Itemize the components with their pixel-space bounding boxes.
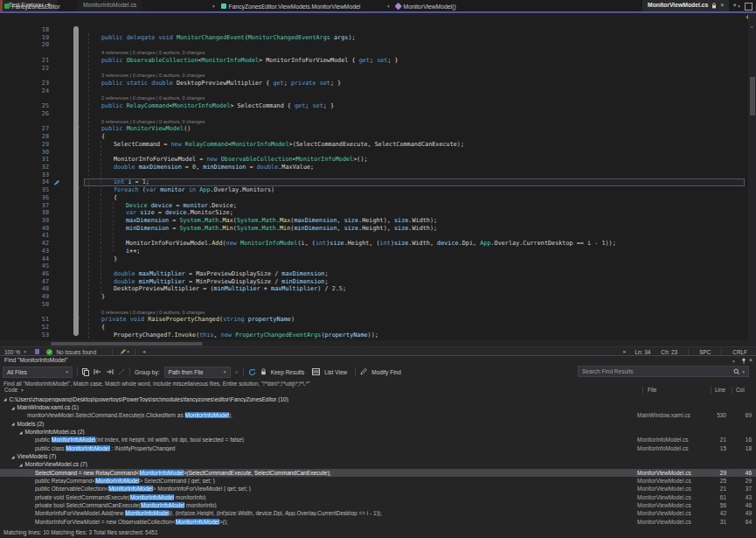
code-line[interactable]: 52{ — [0, 324, 748, 332]
column-file[interactable]: File — [648, 387, 656, 393]
codelens-annotation[interactable]: 4 references | 0 changes | 0 authors, 0 … — [93, 49, 205, 57]
window-layout-icon[interactable] — [745, 3, 753, 10]
column-code[interactable]: Code — [4, 387, 17, 393]
result-row[interactable]: MonitorInfoForViewModel = new Observable… — [0, 518, 756, 526]
code-editor[interactable]: 1819public delegate void MonitorChangedE… — [0, 24, 748, 340]
member-dropdown[interactable]: MonitorViewModel() — [396, 2, 456, 10]
code-line[interactable]: 33 — [0, 171, 748, 179]
project-dropdown-arrow[interactable]: ▾ — [212, 2, 215, 10]
tab-monitorviewmodel[interactable]: MonitorViewModel.cs × — [642, 0, 729, 11]
code-line[interactable]: 22 — [0, 65, 748, 73]
result-group-row[interactable]: ◢Models (2) — [0, 420, 756, 428]
status-line-endings[interactable]: CRLF — [732, 349, 747, 355]
codelens-annotation[interactable]: 2 references | 0 changes | 0 authors, 0 … — [93, 94, 205, 102]
code-line[interactable]: 45 — [0, 262, 748, 270]
panel-pin-icon[interactable] — [741, 358, 746, 364]
gutter-scroll-bar[interactable] — [73, 26, 79, 336]
status-spaces[interactable]: SPC — [699, 349, 711, 355]
list-view-label[interactable]: List View — [324, 369, 347, 375]
code-line[interactable]: 0 references | 0 changes | 0 authors, 0 … — [0, 118, 748, 126]
code-line[interactable]: 34int i = 1; — [0, 178, 748, 186]
status-line[interactable]: Ln: 34 — [635, 349, 651, 355]
code-line[interactable]: 25public RelayCommand<MonitorInfoModel> … — [0, 102, 748, 110]
panel-close-icon[interactable]: × — [749, 357, 753, 363]
code-line[interactable]: 27public MonitorViewModel()˅ — [0, 125, 748, 133]
result-row[interactable]: private bool SelectCommandCanExecute(Mon… — [0, 501, 756, 509]
codelens-annotation[interactable]: 0 references | 0 changes | 0 authors, 0 … — [93, 309, 205, 317]
suggestions-pen-icon[interactable] — [120, 348, 127, 355]
code-line[interactable]: 0 references | 0 changes | 0 authors, 0 … — [0, 309, 748, 317]
type-dropdown[interactable]: FancyZonesEditor.ViewModels.MonitorViewM… — [221, 2, 360, 10]
editor-vertical-scrollbar[interactable] — [748, 13, 756, 347]
expander-icon[interactable]: ◢ — [3, 397, 6, 402]
code-line[interactable]: 3 references | 0 changes | 0 authors, 0 … — [0, 72, 748, 80]
code-line[interactable]: 31MonitorInfoForViewModel = new Observab… — [0, 156, 748, 164]
column-code-chevron-icon[interactable]: ▾ — [21, 388, 24, 393]
panel-options-chevron-icon[interactable]: ▾ — [732, 359, 735, 364]
codelens-annotation[interactable]: 3 references | 0 changes | 0 authors, 0 … — [93, 72, 205, 80]
code-line[interactable]: 53PropertyChanged?.Invoke(this, new Prop… — [0, 332, 748, 339]
code-line[interactable]: 50 — [0, 301, 748, 309]
code-line[interactable]: 46double maxMultiplier = MaxPreviewDispl… — [0, 270, 748, 278]
next-location-icon[interactable] — [106, 368, 114, 375]
result-group-row[interactable]: ◢ViewModels (7) — [0, 452, 756, 460]
zoom-chevron-icon[interactable]: ▾ — [24, 349, 26, 354]
close-icon[interactable]: × — [720, 3, 724, 9]
code-line[interactable]: 32double maxDimension = 0, minDimension … — [0, 164, 748, 171]
editor-vertical-scroll-thumb[interactable] — [750, 77, 755, 115]
result-row[interactable]: public RelayCommand<MonitorInfoModel> Se… — [0, 477, 756, 485]
result-group-row[interactable]: ◢MainWindow.xaml.cs (1) — [0, 403, 756, 411]
code-line[interactable]: 23public static double DesktopPreviewMul… — [0, 80, 748, 87]
result-row[interactable]: MonitorInfoForViewModel.Add(new MonitorI… — [0, 509, 756, 517]
modify-find-label[interactable]: Modify Find — [371, 369, 401, 375]
group-by-select[interactable]: Path then File ▾ — [164, 367, 231, 378]
scope-select[interactable]: All Files ▾ — [3, 367, 73, 378]
tab-list-chevron-icon[interactable]: ▾ — [733, 3, 736, 9]
tab-monitorinfomodel[interactable]: MonitorInfoModel.cs — [77, 0, 142, 11]
list-view-icon[interactable] — [312, 368, 320, 375]
expander-icon[interactable]: ◢ — [11, 455, 14, 459]
search-icon[interactable] — [733, 368, 740, 375]
refresh-icon[interactable] — [248, 368, 256, 376]
code-line[interactable]: 35foreach (var monitor in App.Overlay.Mo… — [0, 186, 748, 194]
code-line[interactable]: 36{ — [0, 194, 748, 202]
code-line[interactable]: 2 references | 0 changes | 0 authors, 0 … — [0, 94, 748, 102]
result-row[interactable]: public MonitorInfoModel(int index, int h… — [0, 436, 756, 444]
result-group-row[interactable]: ◢MonitorInfoModel.cs (2) — [0, 428, 756, 436]
code-line[interactable]: 21public ObservableCollection<MonitorInf… — [0, 57, 748, 65]
project-dropdown[interactable]: FancyZonesEditor — [4, 2, 60, 10]
status-column[interactable]: Ch: 23 — [661, 349, 677, 355]
result-row[interactable]: monitorViewModel.SelectCommand.Execute(e… — [0, 411, 756, 419]
code-line[interactable]: 44} — [0, 255, 748, 263]
result-group-row[interactable]: ◢C:\Users\zhaopengwang\Desktop\powertoys… — [0, 395, 756, 403]
expander-icon[interactable]: ◢ — [19, 430, 22, 435]
keep-results-lock-icon[interactable] — [260, 368, 267, 375]
search-options-chevron-icon[interactable]: ▾ — [742, 369, 745, 374]
suggestions-chevron-icon[interactable]: ▾ — [127, 349, 129, 354]
code-line[interactable]: 4 references | 0 changes | 0 authors, 0 … — [0, 49, 748, 57]
code-line[interactable]: 48DesktopPreviewMultiplier = (minMultipl… — [0, 285, 748, 293]
issues-status[interactable]: No issues found — [56, 349, 96, 355]
type-dropdown-arrow[interactable]: ▾ — [387, 2, 390, 10]
keep-results-label[interactable]: Keep Results — [271, 369, 305, 375]
code-line[interactable]: 29SelectCommand = new RelayCommand<Monit… — [0, 141, 748, 149]
zoom-level[interactable]: 100 % — [4, 349, 20, 355]
code-line[interactable]: 51private void RaisePropertyChanged(stri… — [0, 316, 748, 324]
result-group-row[interactable]: ◢MonitorViewModel.cs (7) — [0, 460, 756, 468]
code-line[interactable]: 18 — [0, 26, 748, 34]
search-results-input[interactable]: Search Find Results ▾ — [578, 366, 749, 377]
scroll-up-icon[interactable]: ▲ — [750, 24, 753, 29]
expander-icon[interactable]: ◢ — [11, 422, 14, 426]
result-row[interactable]: public ObservableCollection<MonitorInfoM… — [0, 485, 756, 493]
modify-find-pencil-icon[interactable] — [360, 368, 367, 375]
code-line[interactable]: 47double minMultiplier = MinPreviewDispl… — [0, 278, 748, 286]
code-line[interactable]: 49} — [0, 293, 748, 301]
code-line[interactable]: 24 — [0, 87, 748, 95]
editor-horizontal-scroll-thumb[interactable] — [51, 342, 203, 346]
member-dropdown-arrow[interactable]: ▾ — [738, 2, 740, 10]
result-row[interactable]: private void SelectCommandExecute(Monito… — [0, 493, 756, 501]
code-line[interactable]: 26 — [0, 110, 748, 118]
result-row[interactable]: SelectCommand = new RelayCommand<Monitor… — [0, 469, 756, 477]
code-line[interactable]: 19public delegate void MonitorChangedEve… — [0, 34, 748, 42]
collapse-left-icon[interactable]: ◂ — [142, 348, 145, 355]
